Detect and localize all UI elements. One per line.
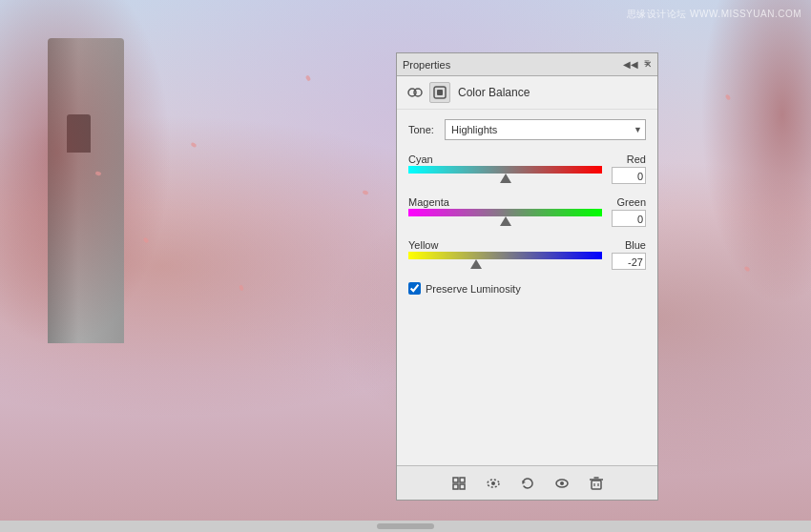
eye-dotted-icon[interactable] — [483, 473, 504, 494]
magenta-green-slider-block: Magenta Green 0 — [408, 196, 646, 228]
svg-rect-7 — [460, 484, 465, 489]
tone-label: Tone: — [408, 124, 437, 135]
tone-select-wrapper: Shadows Midtones Highlights ▼ — [445, 119, 646, 140]
magenta-green-slider-container — [408, 209, 602, 228]
preserve-luminosity-label: Preserve Luminosity — [426, 283, 521, 295]
svg-rect-4 — [453, 478, 458, 482]
yellow-blue-labels: Yellow Blue — [408, 239, 646, 251]
eye-icon[interactable] — [551, 473, 572, 494]
svg-point-9 — [491, 481, 495, 485]
collapse-button[interactable]: ◀◀ — [623, 60, 638, 70]
cyan-red-value[interactable]: 0 — [612, 167, 646, 184]
panel-content: Tone: Shadows Midtones Highlights ▼ Cyan… — [397, 110, 657, 465]
vine-overlay — [0, 0, 191, 381]
magenta-green-thumb-wrapper — [408, 216, 602, 228]
svg-rect-6 — [453, 484, 458, 489]
yellow-blue-slider-row: -27 — [408, 252, 646, 271]
svg-point-11 — [560, 481, 564, 485]
watermark: 思缘设计论坛 WWW.MISSYUAN.COM — [627, 8, 801, 21]
svg-rect-3 — [437, 90, 443, 95]
magenta-label: Magenta — [408, 196, 449, 208]
magenta-green-track — [408, 209, 602, 216]
delete-icon[interactable] — [586, 473, 607, 494]
cyan-label: Cyan — [408, 153, 433, 165]
cyan-red-thumb[interactable] — [500, 174, 511, 183]
tone-select[interactable]: Shadows Midtones Highlights — [445, 119, 646, 140]
scrollbar[interactable] — [0, 521, 811, 532]
svg-rect-12 — [592, 481, 601, 489]
yellow-blue-value[interactable]: -27 — [612, 253, 646, 270]
yellow-blue-track — [408, 252, 602, 259]
svg-rect-5 — [460, 478, 465, 482]
cyan-red-slider-container — [408, 166, 602, 185]
yellow-blue-thumb-wrapper — [408, 259, 602, 271]
yellow-blue-slider-container — [408, 252, 602, 271]
reset-icon[interactable] — [517, 473, 538, 494]
panel-footer — [397, 465, 657, 500]
cyan-red-slider-block: Cyan Red 0 — [408, 153, 646, 185]
preserve-luminosity-row: Preserve Luminosity — [408, 282, 646, 295]
adjustment-icon-2[interactable] — [429, 82, 450, 103]
panel-toolbar: Color Balance — [397, 76, 657, 110]
frame-icon[interactable] — [448, 473, 469, 494]
pink-tree-right — [668, 0, 811, 381]
scrollbar-thumb — [377, 523, 434, 529]
magenta-green-slider-row: 0 — [408, 209, 646, 228]
panel-title-controls: ◀◀ ✕ ≡ — [623, 60, 652, 70]
panel-title: Properties — [403, 59, 450, 71]
cyan-red-track — [408, 166, 602, 174]
magenta-green-thumb[interactable] — [500, 216, 511, 226]
yellow-blue-slider-block: Yellow Blue -27 — [408, 239, 646, 271]
cyan-red-slider-row: 0 — [408, 166, 646, 185]
yellow-label: Yellow — [408, 239, 438, 251]
magenta-green-labels: Magenta Green — [408, 196, 646, 208]
red-label: Red — [627, 153, 646, 165]
cyan-red-thumb-wrapper — [408, 174, 602, 185]
color-balance-label: Color Balance — [458, 86, 530, 99]
menu-button[interactable]: ≡ — [644, 58, 650, 68]
green-label: Green — [616, 196, 646, 208]
yellow-blue-thumb[interactable] — [470, 259, 482, 269]
preserve-luminosity-checkbox[interactable] — [408, 282, 421, 295]
panel-titlebar: Properties ◀◀ ✕ ≡ — [397, 53, 657, 76]
magenta-green-value[interactable]: 0 — [612, 210, 646, 227]
blue-label: Blue — [625, 239, 646, 251]
cyan-red-labels: Cyan Red — [408, 153, 646, 165]
properties-panel: Properties ◀◀ ✕ ≡ Color Balance Tone: — [396, 52, 658, 501]
adjustment-icon-1[interactable] — [405, 82, 426, 103]
tone-row: Tone: Shadows Midtones Highlights ▼ — [408, 119, 646, 140]
svg-point-1 — [414, 89, 422, 96]
